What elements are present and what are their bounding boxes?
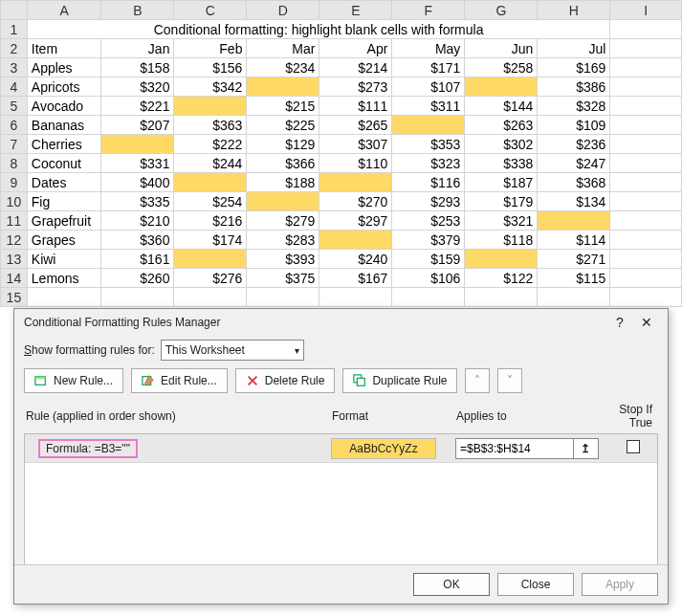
cell[interactable]: $297 bbox=[319, 211, 392, 231]
row-header[interactable]: 10 bbox=[1, 192, 28, 211]
cell[interactable]: $321 bbox=[465, 211, 538, 231]
cell[interactable]: $187 bbox=[465, 173, 538, 192]
cell[interactable] bbox=[610, 211, 682, 231]
select-all-corner[interactable] bbox=[1, 1, 28, 20]
cell[interactable]: $271 bbox=[538, 250, 610, 269]
cell[interactable]: Cherries bbox=[27, 135, 101, 154]
cell[interactable]: $167 bbox=[319, 269, 392, 288]
cell[interactable] bbox=[610, 288, 682, 307]
cell[interactable]: $368 bbox=[538, 173, 610, 192]
cell[interactable] bbox=[610, 77, 682, 97]
cell[interactable] bbox=[465, 288, 538, 307]
cell[interactable]: $247 bbox=[538, 154, 610, 173]
cell[interactable] bbox=[538, 288, 610, 307]
cell[interactable]: $118 bbox=[465, 231, 538, 250]
cell[interactable]: $331 bbox=[101, 154, 174, 173]
rule-row[interactable]: Formula: =B3="" AaBbCcYyZz ↥ bbox=[25, 434, 657, 463]
cell[interactable] bbox=[101, 135, 174, 154]
cell[interactable] bbox=[610, 250, 682, 269]
cell[interactable]: Fig bbox=[27, 192, 101, 211]
row-header[interactable]: 15 bbox=[1, 288, 28, 307]
cell[interactable] bbox=[392, 288, 465, 307]
cell[interactable]: $393 bbox=[247, 250, 319, 269]
cell[interactable] bbox=[610, 154, 682, 173]
cell[interactable]: Kiwi bbox=[27, 250, 101, 269]
cell[interactable]: $222 bbox=[174, 135, 247, 154]
range-picker-icon[interactable]: ↥ bbox=[573, 439, 596, 458]
cell[interactable]: $302 bbox=[465, 135, 538, 154]
cell[interactable] bbox=[174, 288, 247, 307]
cell[interactable]: $215 bbox=[247, 97, 319, 116]
cell[interactable]: $114 bbox=[538, 231, 610, 250]
cell[interactable]: $279 bbox=[247, 211, 319, 231]
cell[interactable] bbox=[174, 250, 247, 269]
cell[interactable] bbox=[610, 39, 682, 58]
cell[interactable]: $338 bbox=[465, 154, 538, 173]
cell[interactable]: $171 bbox=[392, 58, 465, 77]
cell[interactable]: $134 bbox=[538, 192, 610, 211]
duplicate-rule-button[interactable]: Duplicate Rule bbox=[342, 368, 457, 393]
close-button[interactable]: Close bbox=[497, 573, 574, 596]
cell[interactable]: $276 bbox=[174, 269, 247, 288]
cell[interactable] bbox=[610, 231, 682, 250]
cell[interactable]: $156 bbox=[174, 58, 247, 77]
row-header[interactable]: 11 bbox=[1, 211, 28, 231]
cell[interactable] bbox=[465, 77, 538, 97]
cell[interactable]: $323 bbox=[392, 154, 465, 173]
cell[interactable]: $307 bbox=[319, 135, 392, 154]
cell[interactable]: $122 bbox=[465, 269, 538, 288]
spreadsheet-grid[interactable]: A B C D E F G H I 1 Conditional formatti… bbox=[0, 0, 682, 307]
cell[interactable]: $375 bbox=[247, 269, 319, 288]
col-header[interactable]: D bbox=[247, 1, 319, 20]
cell[interactable]: $273 bbox=[319, 77, 392, 97]
cell[interactable] bbox=[610, 97, 682, 116]
col-header[interactable]: F bbox=[392, 1, 465, 20]
close-icon[interactable]: ✕ bbox=[633, 315, 660, 330]
cell[interactable]: $342 bbox=[174, 77, 247, 97]
cell[interactable]: $234 bbox=[247, 58, 319, 77]
cell[interactable]: Mar bbox=[247, 39, 319, 58]
row-header[interactable]: 5 bbox=[1, 97, 28, 116]
cell[interactable] bbox=[174, 173, 247, 192]
cell[interactable]: $106 bbox=[392, 269, 465, 288]
cell[interactable]: $363 bbox=[174, 116, 247, 135]
cell[interactable] bbox=[174, 97, 247, 116]
cell[interactable]: $270 bbox=[319, 192, 392, 211]
cell[interactable]: $244 bbox=[174, 154, 247, 173]
cell[interactable]: $214 bbox=[319, 58, 392, 77]
cell[interactable]: $328 bbox=[538, 97, 610, 116]
cell[interactable]: $236 bbox=[538, 135, 610, 154]
cell[interactable]: Jun bbox=[465, 39, 538, 58]
cell[interactable]: $129 bbox=[247, 135, 319, 154]
move-down-button[interactable]: ˅ bbox=[497, 368, 522, 393]
col-header[interactable]: B bbox=[101, 1, 174, 20]
cell[interactable]: $360 bbox=[101, 231, 174, 250]
cell[interactable]: Grapes bbox=[27, 231, 101, 250]
cell[interactable]: $400 bbox=[101, 173, 174, 192]
cell[interactable]: $320 bbox=[101, 77, 174, 97]
col-header[interactable]: H bbox=[538, 1, 610, 20]
cell[interactable]: $158 bbox=[101, 58, 174, 77]
rules-list[interactable]: Formula: =B3="" AaBbCcYyZz ↥ bbox=[24, 433, 658, 567]
cell[interactable]: $379 bbox=[392, 231, 465, 250]
cell[interactable]: $144 bbox=[465, 97, 538, 116]
row-header[interactable]: 4 bbox=[1, 77, 28, 97]
applies-to-input[interactable]: ↥ bbox=[455, 438, 599, 459]
cell[interactable] bbox=[319, 231, 392, 250]
cell[interactable]: $293 bbox=[392, 192, 465, 211]
cell[interactable] bbox=[610, 173, 682, 192]
col-header[interactable]: E bbox=[319, 1, 392, 20]
cell[interactable] bbox=[538, 211, 610, 231]
cell[interactable] bbox=[610, 58, 682, 77]
row-header[interactable]: 2 bbox=[1, 39, 28, 58]
cell[interactable]: $311 bbox=[392, 97, 465, 116]
cell[interactable]: $207 bbox=[101, 116, 174, 135]
cell[interactable]: $159 bbox=[392, 250, 465, 269]
cell[interactable]: $260 bbox=[101, 269, 174, 288]
cell[interactable] bbox=[610, 20, 682, 39]
applies-to-field[interactable] bbox=[456, 442, 573, 455]
cell[interactable]: $210 bbox=[101, 211, 174, 231]
cell[interactable]: $107 bbox=[392, 77, 465, 97]
cell[interactable]: $188 bbox=[247, 173, 319, 192]
col-header[interactable]: G bbox=[465, 1, 538, 20]
